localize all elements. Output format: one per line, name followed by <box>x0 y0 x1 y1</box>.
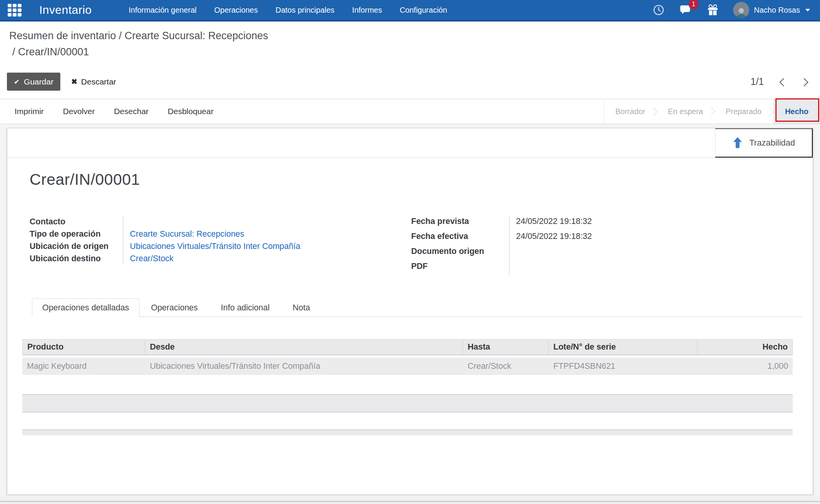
chevron-down-icon <box>805 9 810 12</box>
field-pdf: PDF <box>411 260 793 275</box>
table-row[interactable]: Magic Keyboard Ubicaciones Virtuales/Trá… <box>22 358 793 375</box>
column-lote-serie[interactable]: Lote/N° de serie <box>549 339 697 355</box>
pager-previous-button[interactable] <box>777 77 787 87</box>
main-menu: Información general Operaciones Datos pr… <box>129 6 447 15</box>
activities-clock-icon[interactable] <box>652 4 665 16</box>
tab-operaciones-detalladas[interactable]: Operaciones detalladas <box>32 298 139 317</box>
button-box: Trazabilidad <box>7 128 813 158</box>
table-header-row: Producto Desde Hasta Lote/N° de serie He… <box>22 339 793 355</box>
destination-location-link[interactable]: Crear/Stock <box>130 254 174 263</box>
detailed-operations-table: Producto Desde Hasta Lote/N° de serie He… <box>22 337 793 377</box>
breadcrumb-line-1[interactable]: Resumen de inventario / Crearte Sucursal… <box>9 28 820 44</box>
column-desde[interactable]: Desde <box>145 339 463 355</box>
field-contacto: Contacto <box>30 216 411 228</box>
cell-lote-serie[interactable]: FTPFD4SBN621 <box>549 358 697 375</box>
breadcrumb: Resumen de inventario / Crearte Sucursal… <box>0 22 820 65</box>
form-sheet: Trazabilidad Crear/IN/00001 Contacto Tip… <box>7 128 813 495</box>
record-title: Crear/IN/00001 <box>30 171 793 189</box>
print-button[interactable]: Imprimir <box>15 107 44 116</box>
pager-count: 1/1 <box>750 76 764 87</box>
statusbar: Imprimir Devolver Desechar Desbloquear B… <box>0 99 820 124</box>
state-en-espera[interactable]: En espera <box>657 99 714 124</box>
pager-next-button[interactable] <box>800 77 810 87</box>
scheduled-date-value[interactable]: 24/05/2022 19:18:32 <box>509 216 793 230</box>
field-contacto-value[interactable] <box>123 216 411 228</box>
user-avatar <box>733 2 749 18</box>
column-hasta[interactable]: Hasta <box>463 339 549 355</box>
breadcrumb-line-2: / Crear/IN/00001 <box>9 44 820 60</box>
menu-configuracion[interactable]: Configuración <box>400 6 447 15</box>
field-groups: Contacto Tipo de operación Crearte Sucur… <box>30 216 793 275</box>
operation-type-link[interactable]: Crearte Sucursal: Recepciones <box>130 229 244 239</box>
cell-desde[interactable]: Ubicaciones Virtuales/Tránsito Inter Com… <box>145 358 463 375</box>
source-document-value[interactable] <box>509 245 793 260</box>
column-producto[interactable]: Producto <box>22 339 145 355</box>
messages-icon[interactable]: 1 <box>679 4 692 16</box>
close-icon: ✖ <box>71 77 77 86</box>
menu-informes[interactable]: Informes <box>352 6 382 15</box>
tab-nota[interactable]: Nota <box>281 298 322 317</box>
menu-operaciones[interactable]: Operaciones <box>214 6 258 15</box>
cell-hecho[interactable]: 1,000 <box>697 358 793 375</box>
source-location-link[interactable]: Ubicaciones Virtuales/Tránsito Inter Com… <box>130 242 300 251</box>
state-preparado[interactable]: Preparado <box>715 99 772 124</box>
empty-list-placeholder-thin <box>22 429 793 435</box>
field-fecha-efectiva: Fecha efectiva 24/05/2022 19:18:32 <box>411 230 793 245</box>
column-hecho[interactable]: Hecho <box>697 339 793 355</box>
app-title[interactable]: Inventario <box>39 3 92 17</box>
state-hecho-active[interactable]: Hecho <box>774 99 820 124</box>
message-count-badge: 1 <box>689 0 699 9</box>
effective-date-value: 24/05/2022 19:18:32 <box>509 230 793 245</box>
apps-menu-icon[interactable] <box>0 0 29 20</box>
field-ubicacion-destino: Ubicación destino Crear/Stock <box>30 252 411 265</box>
menu-datos-principales[interactable]: Datos principales <box>276 6 334 15</box>
traceability-button[interactable]: Trazabilidad <box>715 128 813 158</box>
menu-informacion-general[interactable]: Información general <box>129 6 197 15</box>
user-name: Nacho Rosas <box>754 6 800 15</box>
user-menu[interactable]: Nacho Rosas <box>733 2 810 18</box>
tab-info-adicional[interactable]: Info adicional <box>209 298 281 317</box>
return-button[interactable]: Devolver <box>63 107 95 116</box>
scrap-button[interactable]: Desechar <box>114 107 149 116</box>
check-icon: ✔ <box>14 78 20 86</box>
top-navbar: Inventario Información general Operacion… <box>0 0 820 22</box>
tab-operaciones[interactable]: Operaciones <box>139 298 209 317</box>
cell-hasta[interactable]: Crear/Stock <box>463 358 549 375</box>
cell-producto[interactable]: Magic Keyboard <box>22 358 145 375</box>
empty-list-placeholder <box>22 394 793 413</box>
pdf-value[interactable] <box>509 260 793 275</box>
gift-icon[interactable] <box>707 4 719 16</box>
unlock-button[interactable]: Desbloquear <box>168 107 214 116</box>
field-documento-origen: Documento origen <box>411 245 793 260</box>
field-tipo-operacion: Tipo de operación Crearte Sucursal: Rece… <box>30 228 411 240</box>
arrow-up-icon <box>732 137 743 149</box>
control-panel: ✔ Guardar ✖ Descartar 1/1 <box>0 65 820 99</box>
field-ubicacion-origen: Ubicación de origen Ubicaciones Virtuale… <box>30 240 411 252</box>
save-button[interactable]: ✔ Guardar <box>7 73 60 91</box>
field-fecha-prevista: Fecha prevista 24/05/2022 19:18:32 <box>411 216 793 230</box>
page-bottom-strip <box>0 495 820 504</box>
discard-button[interactable]: ✖ Descartar <box>71 77 116 86</box>
notebook-tabs: Operaciones detalladas Operaciones Info … <box>32 298 793 317</box>
form-view-background: Trazabilidad Crear/IN/00001 Contacto Tip… <box>0 124 820 495</box>
state-borrador[interactable]: Borrador <box>604 99 656 124</box>
